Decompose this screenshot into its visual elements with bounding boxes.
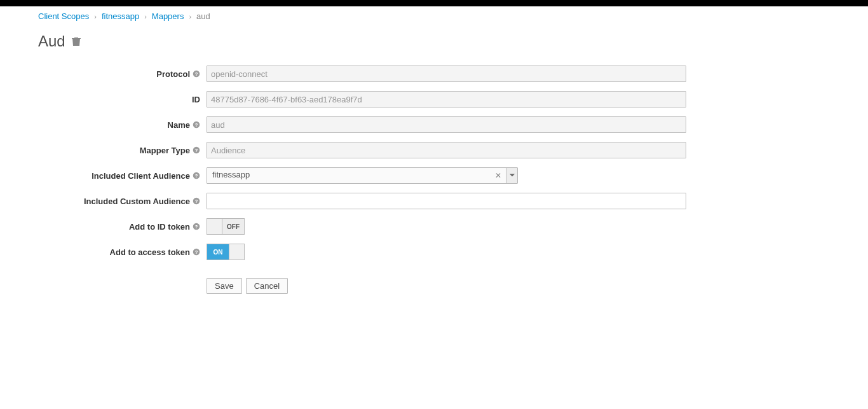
toggle-label-on: ON	[207, 244, 229, 260]
svg-text:?: ?	[195, 173, 198, 179]
svg-text:?: ?	[195, 224, 198, 230]
name-input	[207, 116, 686, 133]
chevron-right-icon: ›	[144, 13, 147, 20]
label-mapper-type: Mapper Type	[140, 146, 190, 155]
page-title: Aud	[38, 32, 65, 50]
page-title-row: Aud	[38, 32, 830, 50]
toggle-handle	[229, 244, 244, 260]
help-icon[interactable]: ?	[193, 146, 200, 154]
label-add-to-access-token: Add to access token	[110, 247, 190, 257]
chevron-right-icon: ›	[189, 13, 191, 20]
breadcrumb-current: aud	[196, 11, 210, 21]
top-bar	[0, 0, 868, 6]
help-icon[interactable]: ?	[193, 197, 200, 205]
toggle-handle	[207, 219, 222, 234]
help-icon[interactable]: ?	[193, 70, 200, 78]
help-icon[interactable]: ?	[193, 121, 200, 128]
breadcrumb-mappers[interactable]: Mappers	[152, 11, 184, 21]
help-icon[interactable]: ?	[193, 248, 200, 256]
chevron-down-icon[interactable]	[506, 168, 517, 183]
help-icon[interactable]: ?	[193, 223, 200, 230]
svg-text:?: ?	[195, 148, 198, 153]
label-add-to-id-token: Add to ID token	[129, 222, 190, 232]
label-name: Name	[168, 120, 190, 130]
save-button[interactable]: Save	[207, 278, 242, 294]
clear-icon[interactable]: ✕	[491, 168, 506, 183]
label-protocol: Protocol	[156, 69, 190, 79]
included-custom-audience-input[interactable]	[207, 193, 686, 209]
trash-icon[interactable]	[72, 36, 81, 46]
cancel-button[interactable]: Cancel	[246, 278, 288, 294]
protocol-input	[207, 66, 686, 82]
svg-text:?: ?	[195, 249, 198, 255]
breadcrumb-client-scope-name[interactable]: fitnessapp	[102, 11, 139, 21]
breadcrumb-client-scopes[interactable]: Client Scopes	[38, 11, 89, 21]
chevron-right-icon: ›	[94, 13, 97, 20]
add-to-id-token-toggle[interactable]: OFF	[207, 218, 245, 235]
svg-text:?: ?	[195, 198, 198, 204]
mapper-type-input	[207, 142, 686, 158]
select-value: fitnessapp	[207, 168, 491, 183]
svg-text:?: ?	[195, 122, 198, 128]
add-to-access-token-toggle[interactable]: ON	[207, 244, 245, 260]
id-input	[207, 91, 686, 107]
svg-text:?: ?	[195, 71, 198, 77]
label-included-custom-audience: Included Custom Audience	[84, 197, 190, 206]
breadcrumb: Client Scopes › fitnessapp › Mappers › a…	[38, 11, 830, 21]
included-client-audience-select[interactable]: fitnessapp ✕	[207, 167, 518, 184]
label-included-client-audience: Included Client Audience	[92, 171, 190, 181]
toggle-label-off: OFF	[222, 219, 244, 234]
help-icon[interactable]: ?	[193, 172, 200, 179]
label-id: ID	[192, 95, 200, 104]
